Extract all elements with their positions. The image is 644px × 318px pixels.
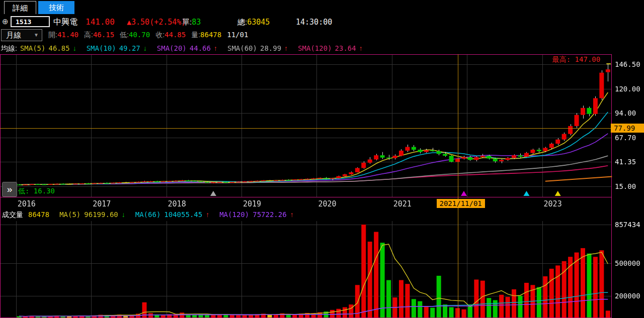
x-axis-year-label: 2017 xyxy=(93,199,111,208)
low-value: 40.70 xyxy=(129,31,150,39)
up-arrow-icon: ↑ xyxy=(214,44,217,53)
down-arrow-icon: ↓ xyxy=(122,210,125,220)
total-volume: 總:63045 xyxy=(237,18,270,27)
period-bar: 月線 ▼ 開:41.40 高:46.15 低:40.70 收:44.85 量:8… xyxy=(0,28,644,42)
up-arrow-icon: ↑ xyxy=(359,44,363,53)
stock-code-input[interactable] xyxy=(11,16,50,27)
sma60-label: SMA(60) xyxy=(227,44,257,53)
up-arrow-icon: ↑ xyxy=(290,210,294,220)
single-lot: 單:83 xyxy=(182,18,201,27)
sma60-value: 28.99 xyxy=(260,44,281,53)
vma5-label: MA(5) xyxy=(59,210,80,220)
period-dropdown[interactable]: 月線 ▼ xyxy=(1,29,42,41)
stock-chart-app: 詳細 技術 ⊕ 中興電 141.00 ▲3.50(+2.54%) 單:83 總:… xyxy=(0,0,644,318)
sma120-label: SMA(120) xyxy=(298,44,332,53)
volume-tick-label: 500000 xyxy=(615,259,640,267)
volume-current: 86478 xyxy=(28,210,49,220)
price-tick-label: 41.35 xyxy=(615,158,636,166)
tab-technical[interactable]: 技術 xyxy=(38,1,74,14)
vma5-value: 96199.60 xyxy=(84,210,118,220)
volume-tick-label: 857434 xyxy=(615,221,640,229)
volume-value: 86478 xyxy=(200,31,221,39)
x-axis-year-label: 2023 xyxy=(544,199,562,208)
down-arrow-icon: ↓ xyxy=(73,44,76,53)
expand-panel-button[interactable]: » xyxy=(2,182,17,197)
sma-legend: 均線: SMA(5)46.85↓ SMA(10)49.27↓ SMA(20)44… xyxy=(1,44,370,53)
last-price: 141.00 xyxy=(86,17,115,27)
sma10-value: 49.27 xyxy=(119,44,140,53)
sma10-label: SMA(10) xyxy=(87,44,116,53)
up-arrow-icon: ↑ xyxy=(206,210,209,220)
x-axis-year-label: 2020 xyxy=(318,199,336,208)
x-axis-year-label: 2016 xyxy=(18,199,36,208)
down-arrow-icon: ↓ xyxy=(143,44,147,53)
vma66-value: 104055.45 xyxy=(164,210,202,220)
sma5-value: 46.85 xyxy=(48,44,69,53)
quote-time: 14:30:00 xyxy=(296,18,332,27)
chevron-down-icon: ▼ xyxy=(34,30,39,41)
highest-price-label: 最高: 147.00 xyxy=(552,55,600,64)
vma120-label: MA(120) xyxy=(219,210,249,220)
price-change: ▲3.50(+2.54%) xyxy=(127,18,186,27)
crosshair-date-label: 2021/11/01 xyxy=(437,199,485,208)
high-value: 46.15 xyxy=(93,31,114,39)
sma20-label: SMA(20) xyxy=(157,44,187,53)
vma66-label: MA(66) xyxy=(135,210,161,220)
x-axis-year-label: 2019 xyxy=(243,199,261,208)
circle-plus-icon[interactable]: ⊕ xyxy=(2,17,9,26)
price-tick-label: 120.00 xyxy=(615,85,640,93)
lowest-price-label: 低: 16.30 xyxy=(18,187,55,196)
stock-name: 中興電 xyxy=(53,17,77,28)
x-axis-year-label: 2018 xyxy=(168,199,186,208)
up-arrow-icon: ↑ xyxy=(284,44,288,53)
price-tick-label: 15.00 xyxy=(615,182,636,190)
crosshair-price-label: 77.99 xyxy=(611,124,644,133)
open-value: 41.40 xyxy=(57,31,78,39)
volume-title: 成交量 xyxy=(2,210,23,220)
quote-bar: ⊕ 中興電 141.00 ▲3.50(+2.54%) 單:83 總:63045 … xyxy=(0,15,644,28)
price-tick-label: 67.70 xyxy=(615,134,636,142)
volume-legend: 成交量 86478 MA(5)96199.60↓ MA(66)104055.45… xyxy=(2,210,294,220)
top-tab-bar: 詳細 技術 xyxy=(0,0,644,15)
sma5-label: SMA(5) xyxy=(20,44,46,53)
close-value: 44.85 xyxy=(165,31,186,39)
sma-legend-prefix: 均線: xyxy=(1,44,17,53)
bar-date: 11/01 xyxy=(227,31,248,40)
tab-detail[interactable]: 詳細 xyxy=(4,1,36,14)
price-tick-label: 146.50 xyxy=(615,60,640,68)
vma120-value: 75722.26 xyxy=(253,210,286,220)
x-axis-year-label: 2021 xyxy=(393,199,412,208)
sma120-value: 23.64 xyxy=(335,44,356,53)
sma20-value: 44.66 xyxy=(190,44,211,53)
ohlc-readout: 開:41.40 高:46.15 低:40.70 收:44.85 量:86478 … xyxy=(48,31,248,40)
price-tick-label: 94.00 xyxy=(615,109,636,117)
volume-tick-label: 200000 xyxy=(615,292,640,300)
